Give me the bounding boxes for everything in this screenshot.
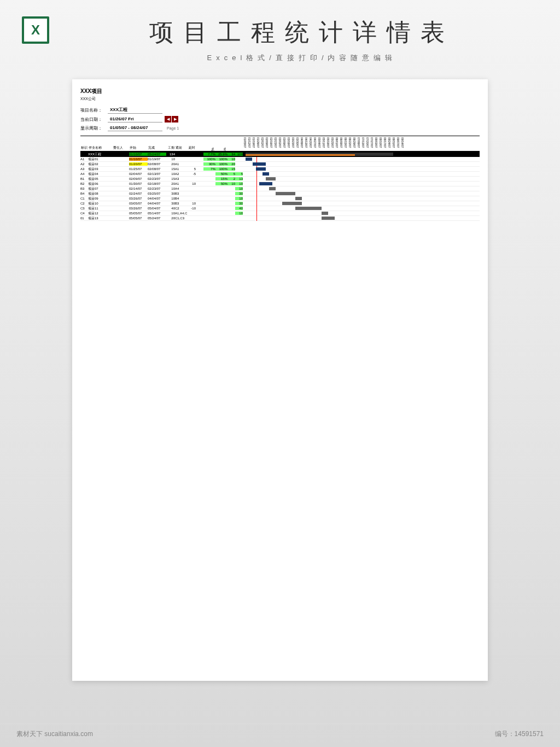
col-dur: 工期 (166, 145, 175, 151)
summary-gantt (243, 151, 480, 157)
footer-source: 素材天下 sucaitianxia.com (16, 730, 93, 739)
date-nav: ◀ ▶ (165, 116, 178, 122)
date-col: 03/09/07 (282, 137, 287, 151)
sum-pct1: 7.7% (203, 153, 215, 156)
sum-pct2: 25.9% (215, 153, 228, 156)
date-col: 01/05/07 (243, 137, 247, 151)
date-col: 01/26/07 (256, 137, 260, 151)
date-col: 05/04/07 (317, 137, 322, 151)
gantt-cell (243, 177, 480, 182)
date-col: 08/10/07 (378, 137, 383, 151)
gantt-cell (243, 186, 480, 191)
date-col: 08/24/07 (387, 137, 392, 151)
date-col: 06/22/07 (348, 137, 352, 151)
date-col: 07/20/07 (365, 137, 370, 151)
col-pct: 计划% (203, 137, 215, 151)
gantt-cell (243, 206, 480, 211)
date-col: 01/12/07 (247, 137, 252, 151)
date-col: 07/06/07 (357, 137, 361, 151)
period-label: 显示周期： (80, 125, 108, 131)
sum-d2: 100 (235, 153, 243, 156)
date-col: 03/30/07 (295, 137, 300, 151)
data-rows: A1项目0101/10/0701/19/0710100%100%10A2项目02… (80, 157, 480, 221)
date-col: 03/16/07 (287, 137, 291, 151)
gantt-cell (243, 216, 480, 221)
date-col: 09/14/07 (400, 137, 405, 151)
date-col: 04/13/07 (304, 137, 308, 151)
date-col: 05/18/07 (326, 137, 330, 151)
company-name: XXX公司 (80, 96, 480, 102)
date-col: 08/31/07 (392, 137, 396, 151)
date-col: 07/13/07 (361, 137, 365, 151)
date-col: 06/29/07 (352, 137, 357, 151)
col-end: 完成 (148, 145, 166, 151)
info-name-row: 项目名称： XXX工程 (80, 106, 480, 114)
gantt-cell (243, 157, 480, 162)
date-col: 03/23/07 (291, 137, 295, 151)
info-date-row: 当前日期： 01/26/07 Fri ◀ ▶ (80, 116, 480, 122)
sum-dur: 134 (166, 153, 175, 156)
excel-icon (22, 16, 49, 44)
info-period-row: 显示周期： 01/05/07 - 08/24/07 Page 1 (80, 125, 480, 131)
sum-end: 05/24/07 (148, 153, 166, 156)
date-col: 06/08/07 (339, 137, 343, 151)
date-col: 06/15/07 (343, 137, 348, 151)
col-start: 开始 (129, 145, 148, 151)
date-headers: 01/05/0701/12/0701/19/0701/26/0702/02/07… (243, 137, 480, 151)
col-cpct: 完成% (215, 137, 228, 151)
gantt-cell (243, 162, 480, 167)
gantt-cell (243, 191, 480, 196)
col-cdays: 完成天数 (228, 137, 235, 151)
gantt-sheet: 标识 作业名称 责任人 开始 完成 工期 紧前 延时 计划% 完成% 完成天数 … (80, 136, 480, 221)
date-col: 09/07/07 (396, 137, 400, 151)
next-button[interactable]: ▶ (172, 116, 178, 122)
date-col: 08/17/07 (383, 137, 387, 151)
date-col: 04/27/07 (313, 137, 317, 151)
subtitle: Excel格式/直接打印/内容随意编辑 (66, 53, 538, 63)
col-lag: 延时 (187, 145, 196, 151)
table-row[interactable]: 01项目1305/05/0705/24/0720C1,C3 (80, 216, 480, 221)
date-value[interactable]: 01/26/07 Fri (108, 116, 162, 122)
gantt-cell (243, 211, 480, 216)
col-id: 标识 (80, 145, 88, 151)
project-title: XXX项目 (80, 87, 480, 95)
col-task: 作业名称 (88, 145, 113, 151)
summary-row: XXX工程 01/10/07 05/24/07 134 7.7% 25.9% 3… (80, 151, 480, 157)
sum-name: XXX工程 (88, 152, 113, 157)
date-label: 当前日期： (80, 116, 108, 122)
main-title: 项目工程统计详情表 (66, 16, 538, 49)
date-col: 02/16/07 (269, 137, 273, 151)
col-gap1 (196, 150, 203, 151)
name-label: 项目名称： (80, 107, 108, 113)
col-dep: 紧前 (175, 145, 187, 151)
sum-start: 01/10/07 (129, 153, 148, 156)
period-value[interactable]: 01/05/07 - 08/24/07 (108, 125, 162, 131)
document-preview: XXX项目 XXX公司 项目名称： XXX工程 当前日期： 01/26/07 F… (72, 79, 488, 681)
gantt-cell (243, 196, 480, 201)
name-value[interactable]: XXX工程 (108, 106, 162, 114)
page-footer: 素材天下 sucaitianxia.com 编号：14591571 (0, 723, 560, 739)
col-rdays: 剩余天数 (235, 137, 243, 151)
sum-d1: 34 (228, 153, 235, 156)
gantt-cell (243, 172, 480, 177)
title-block: 项目工程统计详情表 Excel格式/直接打印/内容随意编辑 (66, 16, 538, 63)
footer-id: 编号：14591571 (495, 730, 544, 739)
gantt-cell (243, 167, 480, 172)
date-col: 02/02/07 (260, 137, 265, 151)
banner-header: 项目工程统计详情表 Excel格式/直接打印/内容随意编辑 (0, 0, 560, 68)
date-col: 05/25/07 (330, 137, 335, 151)
date-col: 02/23/07 (273, 137, 278, 151)
page-indicator: Page 1 (167, 126, 179, 130)
date-col: 03/02/07 (278, 137, 282, 151)
date-col: 08/03/07 (374, 137, 378, 151)
prev-button[interactable]: ◀ (165, 116, 171, 122)
col-resp: 责任人 (113, 145, 129, 151)
gantt-cell (243, 201, 480, 206)
date-col: 06/01/07 (335, 137, 339, 151)
header-row: 标识 作业名称 责任人 开始 完成 工期 紧前 延时 计划% 完成% 完成天数 … (80, 136, 480, 151)
gantt-cell (243, 182, 480, 186)
date-col: 01/19/07 (252, 137, 256, 151)
date-col: 05/11/07 (322, 137, 326, 151)
date-col: 04/06/07 (300, 137, 304, 151)
date-col: 02/09/07 (265, 137, 269, 151)
